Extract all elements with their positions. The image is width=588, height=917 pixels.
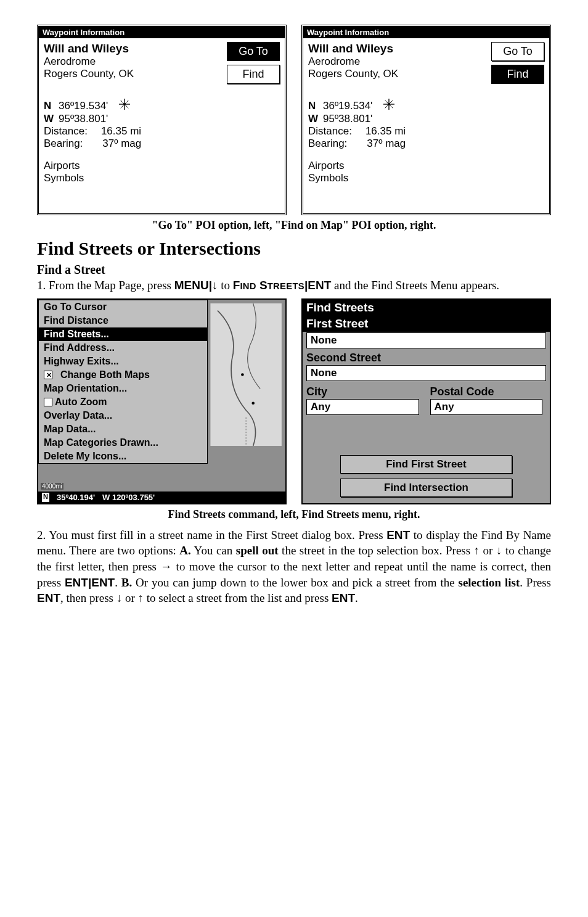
distance-label: Distance: [308,125,352,138]
distance-val: 16.35 mi [101,125,141,138]
map-menu-panel: Go To CursorFind DistanceFind Streets...… [37,298,287,504]
caption-1: "Go To" POI option, left, "Find on Map" … [37,219,551,232]
section-heading: Find Streets or Intersections [37,238,551,259]
find-streets-panel: Find Streets First Street None Second St… [301,298,551,504]
waypoint-name: Will and Wileys [44,42,227,56]
status-bar: N 35º40.194' W 120º03.755' [38,491,285,503]
status-lat: 35º40.194' [57,493,95,502]
panel-title: Waypoint Information [39,27,285,38]
bearing-val: 37º mag [367,138,406,150]
menu-item[interactable]: Overlay Data... [39,409,207,422]
distance-val: 16.35 mi [365,125,406,138]
symbols-label: Symbols [44,172,227,184]
scale-label: 4000mi [41,483,63,490]
find-button[interactable]: Find [491,65,544,84]
city-label: City [306,384,423,398]
caption-2: Find Streets command, left, Find Streets… [37,508,551,521]
airport-icon [383,99,394,113]
waypoint-name: Will and Wileys [308,42,491,56]
lon-dir: W [44,113,52,125]
lon-dir: W [308,113,317,125]
menu-item[interactable]: Delete My Icons... [39,450,207,463]
paragraph-2: 2. You must first fill in a street name … [37,527,551,606]
find-intersection-button[interactable]: Find Intersection [340,479,512,497]
airports-label: Airports [308,160,491,172]
panel-title: Waypoint Information [303,27,549,38]
menu-item[interactable]: Highway Exits... [39,355,207,368]
paragraph-1: 1. From the Map Page, press MENU|↓ to FI… [37,278,551,294]
menu-item[interactable]: Go To Cursor [39,300,207,314]
lon-val: 95º38.801' [323,113,372,125]
lat-dir: N [44,100,52,112]
distance-label: Distance: [44,125,88,138]
postal-label: Postal Code [430,384,547,398]
find-first-street-button[interactable]: Find First Street [340,455,512,474]
menu-item[interactable]: Find Address... [39,341,207,355]
menu-item[interactable]: Find Streets... [39,327,207,341]
waypoint-location: Rogers County, OK [308,68,491,80]
bearing-val: 37º mag [102,138,141,150]
first-street-label: First Street [303,316,550,332]
second-street-label: Second Street [303,350,550,364]
menu-item[interactable]: Map Data... [39,422,207,436]
status-lon: W 120º03.755' [102,493,155,502]
waypoint-panel-left: Waypoint Information Will and Wileys Aer… [37,25,287,215]
fs-title: Find Streets [303,300,550,316]
svg-point-11 [241,373,244,376]
airports-label: Airports [44,160,227,172]
svg-point-12 [251,401,255,405]
waypoint-panel-right: Waypoint Information Will and Wileys Aer… [301,25,551,215]
lon-val: 95º38.801' [59,113,108,125]
first-street-input[interactable]: None [306,332,546,348]
symbols-label: Symbols [308,172,491,184]
map-thumbnail [209,303,283,446]
menu-item[interactable]: Map Orientation... [39,382,207,395]
lat-val: 36º19.534' [59,100,108,112]
subheading: Find a Street [37,263,551,277]
waypoint-subtitle: Aerodrome [308,56,491,68]
lat-val: 36º19.534' [323,100,372,112]
goto-button[interactable]: Go To [491,42,544,61]
menu-item[interactable]: Map Categories Drawn... [39,436,207,450]
mid-row: Go To CursorFind DistanceFind Streets...… [37,298,551,504]
menu-item[interactable]: Find Distance [39,314,207,327]
waypoint-panels-row: Waypoint Information Will and Wileys Aer… [37,25,551,215]
second-street-input[interactable]: None [306,365,546,381]
find-button[interactable]: Find [227,65,280,84]
bearing-label: Bearing: [44,138,83,150]
bearing-label: Bearing: [308,138,347,150]
menu-item[interactable]: Change Both Maps [39,368,207,382]
postal-input[interactable]: Any [430,399,543,415]
menu-item[interactable]: Auto Zoom [39,395,207,409]
goto-button[interactable]: Go To [227,42,280,61]
waypoint-location: Rogers County, OK [44,68,227,80]
map-menu-list[interactable]: Go To CursorFind DistanceFind Streets...… [38,300,208,464]
lat-dir: N [308,100,317,112]
waypoint-subtitle: Aerodrome [44,56,227,68]
airport-icon [119,99,130,113]
city-input[interactable]: Any [306,399,419,415]
